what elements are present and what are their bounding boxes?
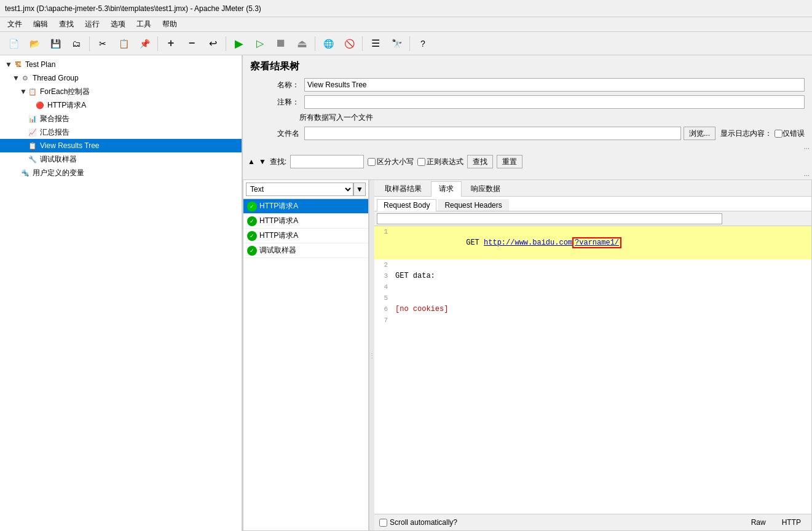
detail-panel: 取样器结果 请求 响应数据 Request Body Request Heade… [374, 180, 811, 530]
subtab-request-headers[interactable]: Request Headers [438, 199, 508, 211]
list-item[interactable]: ✓ HTTP请求A [243, 199, 368, 214]
menu-find[interactable]: 查找 [54, 18, 79, 31]
success-icon-3: ✓ [247, 231, 257, 241]
filename-input[interactable] [304, 127, 681, 140]
tree-item-thread-group[interactable]: ▼ ⚙ Thread Group [0, 71, 242, 85]
regex-checkbox[interactable] [417, 158, 425, 166]
paste-button[interactable]: 📌 [135, 34, 154, 53]
list-item[interactable]: ✓ HTTP请求A [243, 229, 368, 243]
code-line-4: 4 [374, 281, 811, 293]
bottom-tabs: Scroll automatically? Raw HTTP [374, 514, 811, 530]
menu-file[interactable]: 文件 [2, 18, 27, 31]
browse-button[interactable]: 浏览... [684, 127, 715, 140]
type-select[interactable]: Text HTML JSON XML [246, 183, 353, 196]
write-all-label: 所有数据写入一个文件 [299, 112, 373, 123]
menu-tools[interactable]: 工具 [132, 18, 156, 31]
subtab-request-body[interactable]: Request Body [377, 199, 436, 211]
uservars-icon: 🔩 [20, 167, 31, 178]
menu-edit[interactable]: 编辑 [28, 18, 53, 31]
tree-item-summary[interactable]: 📈 汇总报告 [0, 125, 242, 139]
line-num-4: 4 [374, 281, 393, 293]
title-bar: test1.jmx (D:\apache-jmeter-5.3\bin\temp… [0, 0, 812, 17]
remote-stop-button[interactable]: 🚫 [339, 34, 359, 53]
remove-button[interactable]: − [182, 34, 202, 53]
new-button[interactable]: 📄 [4, 34, 23, 53]
line-content-7 [393, 315, 811, 326]
name-input[interactable] [304, 78, 805, 92]
sep4 [315, 36, 315, 51]
sep5 [362, 36, 363, 51]
menu-run[interactable]: 运行 [80, 18, 104, 31]
expand-arrow-threadgroup[interactable]: ▼ [12, 74, 20, 82]
line-num-6: 6 [374, 304, 393, 315]
start-button[interactable]: ▶ [229, 34, 249, 53]
remote-button[interactable]: 🌐 [318, 34, 338, 53]
sep3 [226, 36, 226, 51]
line-num-1: 1 [374, 226, 393, 259]
code-line-3: 3 GET data: [374, 270, 811, 281]
scroll-label: Scroll automatically? [390, 518, 457, 527]
search-down-arrow[interactable]: ▼ [259, 157, 266, 166]
code-view: 1 GET http://www.baidu.com?varname1/ 2 [374, 211, 811, 514]
drag-handle[interactable]: ⋮ [369, 180, 374, 530]
threadgroup-icon: ⚙ [20, 73, 31, 84]
search-bar: ▲ ▼ 查找: 区分大小写 正则表达式 查找 重置 [243, 152, 812, 171]
scroll-checkbox[interactable] [379, 519, 387, 527]
tree-item-view-results[interactable]: 📋 View Results Tree [0, 139, 242, 152]
list-panel: Text HTML JSON XML ▼ ✓ HTTP请求A ✓ [243, 180, 369, 530]
copy-button[interactable]: 📋 [114, 34, 133, 53]
find-button[interactable]: 查找 [467, 155, 493, 168]
tree-item-http-a[interactable]: 🔴 HTTP请求A [0, 98, 242, 112]
dropdown-arrow-btn[interactable]: ▼ [353, 183, 366, 196]
list-item[interactable]: ✓ HTTP请求A [243, 214, 368, 229]
search-input[interactable] [290, 155, 364, 168]
saveall-button[interactable]: 🗂 [66, 34, 86, 53]
comment-input[interactable] [304, 95, 805, 109]
cut-button[interactable]: ✂ [93, 34, 112, 53]
binoculars-button[interactable]: 🔭 [387, 34, 406, 53]
log-checkbox[interactable] [775, 130, 782, 138]
bottom-tab-raw[interactable]: Raw [746, 516, 771, 529]
url-highlight: ?varname1/ [572, 237, 621, 248]
open-button[interactable]: 📂 [25, 34, 44, 53]
clear-button[interactable]: ↩ [203, 34, 223, 53]
sample-label-2: HTTP请求A [259, 216, 298, 226]
tab-request[interactable]: 请求 [431, 181, 462, 197]
case-sensitive-checkbox[interactable] [368, 158, 376, 166]
tree-item-aggregate[interactable]: 📊 聚合报告 [0, 112, 242, 125]
title-text: test1.jmx (D:\apache-jmeter-5.3\bin\temp… [5, 4, 261, 13]
debug-icon: 🔧 [27, 154, 38, 165]
line-content-4 [393, 281, 811, 293]
list-item[interactable]: ✓ 调试取样器 [243, 243, 368, 258]
shutdown-button[interactable]: ⏏ [292, 34, 312, 53]
code-search-input[interactable] [377, 213, 722, 224]
tab-sampler-results[interactable]: 取样器结果 [377, 181, 430, 196]
tree-item-test-plan[interactable]: ▼ 🏗 Test Plan [0, 58, 242, 71]
search-toolbar-button[interactable]: ☰ [366, 34, 385, 53]
stop-button[interactable]: ⏹ [271, 34, 291, 53]
menu-help[interactable]: 帮助 [157, 18, 182, 31]
reset-button[interactable]: 重置 [497, 155, 522, 168]
line-num-3: 3 [374, 270, 393, 281]
tree-item-debug[interactable]: 🔧 调试取样器 [0, 152, 242, 166]
expand-arrow-testplan[interactable]: ▼ [5, 60, 12, 69]
tab-response-data[interactable]: 响应数据 [463, 181, 508, 196]
right-panel: 察看结果树 名称： 注释： 所有数据写入一个文件 文件名 [243, 55, 812, 531]
add-button[interactable]: + [161, 34, 181, 53]
start-no-pause-button[interactable]: ▷ [250, 34, 270, 53]
menu-bar: 文件 编辑 查找 运行 选项 工具 帮助 [0, 17, 812, 32]
sample-label-3: HTTP请求A [259, 230, 298, 241]
tree-item-foreach[interactable]: ▼ 📋 ForEach控制器 [0, 85, 242, 98]
bottom-tab-http[interactable]: HTTP [776, 516, 806, 529]
search-up-arrow[interactable]: ▲ [248, 157, 255, 166]
aggregate-label: 聚合报告 [40, 114, 69, 124]
expand-arrow-foreach[interactable]: ▼ [20, 87, 27, 96]
menu-options[interactable]: 选项 [106, 18, 130, 31]
tree-item-user-vars[interactable]: 🔩 用户定义的变量 [0, 166, 242, 179]
foreach-icon: 📋 [27, 86, 38, 97]
save-button[interactable]: 💾 [45, 34, 65, 53]
write-all-row: 所有数据写入一个文件 [250, 112, 805, 123]
log-content-label: 显示日志内容： [720, 128, 772, 139]
dots-sep-top: ··· [243, 144, 812, 152]
log-button[interactable]: ? [413, 34, 433, 53]
